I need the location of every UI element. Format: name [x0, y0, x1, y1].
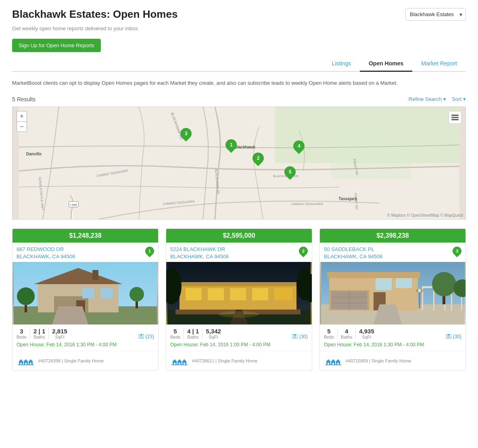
- stat-divider-1a: [30, 328, 30, 339]
- listing-address-row-2: 5224 BLACKHAWK DR BLACKHAWK, CA 94506 2: [166, 243, 312, 262]
- listing-badge-3: 3: [451, 245, 463, 257]
- stat-divider-2a: [184, 328, 184, 339]
- zoom-in-button[interactable]: +: [17, 111, 27, 121]
- svg-rect-91: [443, 296, 445, 304]
- svg-point-26: [17, 287, 35, 305]
- photo-count-2: (30): [292, 334, 308, 339]
- listing-mls-2: #40728611 | Single Family Home: [192, 358, 257, 363]
- sort-link[interactable]: Sort ▾: [452, 96, 466, 102]
- map-container[interactable]: BLACKHAWK RD CAMINO TASSAJARA CAMINO TAS…: [12, 107, 466, 220]
- results-count: 5 Results: [12, 96, 35, 103]
- subtitle-text: Get weekly open home reports delivered t…: [12, 25, 177, 31]
- svg-rect-75: [327, 272, 420, 278]
- svg-text:I 680: I 680: [70, 203, 77, 207]
- listing-price-1: $1,248,238: [13, 229, 158, 243]
- svg-rect-30: [92, 270, 98, 280]
- baths-stat-2: 4 | 1 Baths: [187, 328, 199, 339]
- listing-footer-3: #40715809 | Single Family Home: [320, 351, 465, 371]
- svg-rect-33: [140, 334, 142, 335]
- listing-card-2: $2,595,000 5224 BLACKHAWK DR BLACKHAWK, …: [166, 228, 312, 371]
- stat-divider-3a: [337, 328, 338, 339]
- svg-marker-103: [331, 359, 336, 362]
- tab-open-homes[interactable]: Open Homes: [360, 56, 412, 72]
- svg-point-60: [294, 335, 296, 337]
- listing-stats-3: 5 Beds 4 Baths 4,935 SqFt (30): [320, 324, 465, 341]
- sqft-stat-2: 5,342 SqFt: [206, 328, 221, 339]
- listing-photo-2[interactable]: [166, 262, 312, 324]
- svg-rect-23: [100, 288, 113, 298]
- svg-point-32: [140, 335, 142, 337]
- svg-rect-22: [82, 288, 94, 298]
- svg-marker-40: [28, 359, 33, 362]
- beds-stat-1: 3 Beds: [17, 328, 27, 339]
- neighborhood-dropdown-wrapper: Blackhawk Estates: [405, 8, 466, 21]
- sqft-stat-1: 2,815 SqFt: [52, 328, 67, 339]
- svg-marker-25: [52, 306, 88, 324]
- svg-marker-106: [336, 359, 340, 362]
- listing-badge-1: 1: [143, 245, 156, 257]
- svg-point-28: [129, 287, 144, 301]
- svg-rect-47: [180, 282, 296, 286]
- beds-stat-3: 5 Beds: [324, 328, 334, 339]
- svg-rect-93: [419, 290, 420, 308]
- info-text: MarketBoost clients can opt to display O…: [12, 79, 466, 87]
- signup-button[interactable]: Sign Up for Open Home Reports: [12, 39, 101, 52]
- tab-listings[interactable]: Listings: [323, 56, 359, 72]
- svg-marker-68: [182, 359, 187, 362]
- listing-address-row-1: 887 REDWOOD DR BLACKHAWK, CA 94506 1: [13, 243, 158, 262]
- baths-stat-1: 2 | 1 Baths: [33, 328, 45, 339]
- refine-search-link[interactable]: Refine Search ▾: [409, 96, 446, 102]
- listing-footer-1: #40724398 | Single Family Home: [13, 351, 158, 371]
- listing-address-row-3: 50 SADDLEBACK PL BLACKHAWK, CA 94506 3: [320, 243, 465, 262]
- listing-price-2: $2,595,000: [166, 229, 312, 243]
- zoom-out-button[interactable]: −: [17, 121, 27, 132]
- results-actions: Refine Search ▾ Sort ▾: [409, 96, 466, 102]
- listing-footer-2: #40728611 | Single Family Home: [166, 351, 312, 371]
- listing-card-3: $2,398,238 50 SADDLEBACK PL BLACKHAWK, C…: [319, 228, 466, 371]
- svg-rect-15: [451, 117, 459, 118]
- listing-address-2[interactable]: 5224 BLACKHAWK DR BLACKHAWK, CA 94506: [170, 246, 229, 260]
- tab-market-report[interactable]: Market Report: [412, 56, 466, 72]
- results-bar: 5 Results Refine Search ▾ Sort ▾: [12, 96, 466, 103]
- svg-point-95: [418, 289, 421, 292]
- baths-stat-3: 4 Baths: [341, 328, 352, 339]
- listing-photo-3[interactable]: [320, 262, 465, 324]
- stat-divider-3b: [355, 328, 356, 339]
- svg-marker-65: [177, 359, 182, 362]
- listing-stats-2: 5 Beds 4 | 1 Baths 5,342 SqFt (30): [166, 324, 312, 341]
- listing-price-3: $2,398,238: [320, 229, 465, 243]
- svg-rect-52: [274, 288, 292, 300]
- house-icon-1: [17, 354, 34, 367]
- map-label-blackhawk: Blackhawk: [234, 145, 255, 149]
- listing-card-1: $1,248,238 887 REDWOOD DR BLACKHAWK, CA …: [12, 228, 159, 371]
- listing-stats-1: 3 Beds 2 | 1 Baths 2,815 SqFt (23): [13, 324, 158, 341]
- svg-rect-27: [25, 305, 27, 312]
- svg-point-58: [219, 311, 259, 318]
- svg-rect-61: [294, 334, 296, 335]
- svg-rect-99: [447, 334, 450, 335]
- svg-point-90: [432, 272, 456, 296]
- map-label-danville: Danville: [26, 152, 42, 156]
- svg-point-98: [447, 335, 449, 337]
- house-icon-2: [170, 354, 188, 367]
- listing-address-3[interactable]: 50 SADDLEBACK PL BLACKHAWK, CA 94506: [324, 246, 382, 260]
- listing-photo-1[interactable]: [13, 262, 158, 324]
- listing-address-1[interactable]: 887 REDWOOD DR BLACKHAWK, CA 94506: [17, 246, 75, 260]
- map-layers-button[interactable]: [449, 111, 461, 124]
- listing-mls-1: #40724398 | Single Family Home: [38, 358, 104, 363]
- page-title: Blackhawk Estates: Open Homes: [12, 8, 177, 21]
- listing-badge-2: 2: [297, 245, 309, 257]
- svg-marker-34: [19, 359, 23, 362]
- svg-rect-50: [230, 288, 246, 300]
- svg-marker-62: [172, 359, 177, 362]
- svg-marker-37: [23, 359, 28, 362]
- photo-count-3: (30): [446, 334, 461, 339]
- listing-mls-3: #40715809 | Single Family Home: [346, 358, 411, 363]
- sqft-stat-3: 4,935 SqFt: [359, 328, 374, 339]
- svg-rect-29: [136, 301, 138, 308]
- svg-rect-51: [252, 288, 268, 300]
- svg-rect-83: [396, 278, 412, 288]
- map-controls: + −: [17, 111, 27, 132]
- neighborhood-dropdown[interactable]: Blackhawk Estates: [405, 8, 466, 21]
- map-attribution: © Mapbox © OpenStreetMap © MapQuest: [387, 213, 463, 218]
